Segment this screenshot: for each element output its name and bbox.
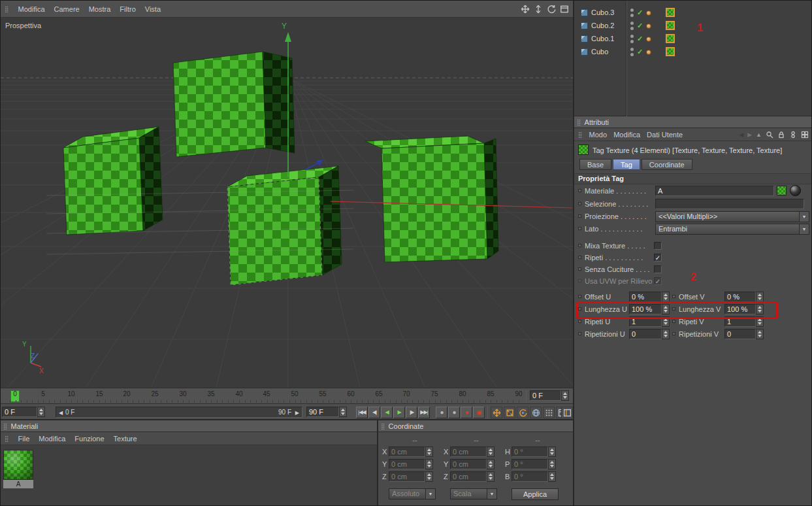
param-bullet[interactable] — [578, 202, 581, 205]
coord-field-scale-z[interactable]: 0 cm — [450, 471, 487, 482]
coord-field-scale-x[interactable]: 0 cm — [450, 447, 487, 457]
ripeti-u-spinner[interactable] — [662, 316, 670, 327]
enable-check-icon[interactable]: ✓ — [637, 35, 643, 43]
ruler-frame-spinner[interactable] — [561, 390, 569, 401]
param-bullet[interactable] — [578, 214, 581, 218]
coord-field-pos-x[interactable]: 0 cm — [389, 447, 425, 457]
coord-field-pos-z[interactable]: 0 cm — [389, 471, 425, 482]
grid-layout-icon[interactable] — [801, 131, 809, 139]
panel-grip-icon[interactable]: ⣿ — [5, 6, 9, 12]
attr-menu-dati-utente[interactable]: Dati Utente — [647, 131, 683, 139]
panel-grip-icon[interactable]: ⣿ — [3, 423, 8, 430]
coord-spinner[interactable] — [548, 471, 556, 482]
move-tool-icon[interactable] — [491, 407, 502, 418]
param-bullet[interactable] — [578, 244, 581, 247]
tab-tag[interactable]: Tag — [613, 159, 640, 170]
coord-spinner[interactable] — [425, 471, 433, 482]
materials-titlebar[interactable]: ⣿ Materiali — [1, 420, 377, 432]
play-backwards-button[interactable]: ◀ — [381, 407, 393, 418]
coord-spinner[interactable] — [425, 459, 433, 469]
ripeti-u-field[interactable]: 1 — [629, 316, 662, 327]
lunghezza-v-field[interactable]: 100 % — [724, 304, 756, 314]
object-name[interactable]: Cubo.1 — [591, 35, 614, 42]
current-frame-spinner[interactable] — [37, 407, 45, 417]
state-dot-icon[interactable] — [646, 10, 651, 16]
search-icon[interactable] — [766, 131, 773, 139]
materials-menu-modifica[interactable]: Modifica — [39, 435, 65, 443]
param-bullet[interactable] — [578, 227, 581, 230]
go-to-end-button[interactable]: ▶▶| — [418, 407, 430, 418]
coord-field-scale-y[interactable]: 0 cm — [450, 459, 487, 469]
texture-tag[interactable] — [666, 21, 675, 30]
lato-dropdown[interactable]: Entrambi▼ — [655, 224, 809, 235]
rotate-view-icon[interactable] — [547, 5, 556, 14]
coordinates-titlebar[interactable]: ⣿ Coordinate — [378, 420, 573, 432]
object-row[interactable]: Cubo ✓ — [574, 46, 812, 59]
coord-mode-dropdown[interactable]: Assoluto▼ — [389, 488, 436, 499]
offset-v-field[interactable]: 0 % — [724, 292, 756, 302]
record-keyframe-button[interactable]: ● — [461, 407, 472, 418]
next-frame-button[interactable]: |▶ — [406, 407, 417, 418]
param-bullet[interactable] — [578, 256, 581, 259]
history-back-icon[interactable]: ◀ — [739, 131, 743, 138]
lock-icon[interactable] — [777, 131, 785, 139]
state-dot-icon[interactable] — [646, 24, 651, 29]
menu-camere[interactable]: Camere — [54, 5, 80, 13]
texture-tag[interactable] — [666, 8, 675, 17]
editor-visibility-dot[interactable] — [630, 48, 634, 51]
pan-view-icon[interactable] — [521, 5, 530, 14]
offset-u-spinner[interactable] — [662, 292, 670, 302]
viewport-canvas[interactable]: Prospettiva — [1, 18, 573, 388]
selezione-field[interactable] — [655, 199, 804, 209]
panel-grip-icon[interactable]: ⣿ — [577, 119, 581, 126]
panel-grip-icon[interactable]: ⣿ — [578, 131, 583, 138]
enable-check-icon[interactable]: ✓ — [637, 22, 643, 30]
frame-range-slider[interactable]: ◀ 0 F 90 F ▶ — [56, 407, 302, 418]
coord-field-rot-b[interactable]: 0 ° — [512, 471, 548, 482]
object-name[interactable]: Cubo.3 — [591, 8, 614, 16]
view-label[interactable]: Prospettiva — [5, 22, 41, 29]
render-visibility-dot[interactable] — [630, 27, 634, 30]
material-swatch[interactable]: A — [3, 450, 33, 489]
senza-cuciture-checkbox[interactable] — [654, 265, 662, 273]
proiezione-dropdown[interactable]: <<Valori Multipli>>▼ — [655, 211, 809, 222]
mixa-texture-checkbox[interactable] — [654, 242, 662, 250]
render-visibility-dot[interactable] — [630, 14, 634, 17]
param-bullet[interactable] — [578, 267, 581, 271]
tab-base[interactable]: Base — [579, 159, 611, 170]
texture-tag[interactable] — [666, 47, 675, 56]
lunghezza-u-field[interactable]: 100 % — [629, 304, 662, 314]
object-name[interactable]: Cubo.2 — [591, 22, 614, 29]
cube-center[interactable] — [227, 166, 342, 285]
autokey-button[interactable]: ◉ — [473, 407, 485, 418]
coord-spinner[interactable] — [548, 447, 556, 457]
menu-mostra[interactable]: Mostra — [89, 5, 111, 13]
attr-menu-modifica[interactable]: Modifica — [613, 131, 640, 139]
ripeti-checkbox[interactable] — [654, 254, 662, 261]
tab-coordinate[interactable]: Coordinate — [641, 159, 692, 170]
usa-uvw-checkbox[interactable] — [654, 277, 662, 285]
filter-up-icon[interactable]: ▲ — [756, 131, 762, 138]
attributes-titlebar[interactable]: ⣿ Attributi — [574, 116, 812, 128]
coord-spinner[interactable] — [487, 447, 495, 457]
object-row[interactable]: Cubo.2 ✓ — [574, 20, 812, 33]
current-frame-field[interactable]: 0 F — [2, 407, 37, 417]
editor-visibility-dot[interactable] — [630, 22, 634, 25]
snap-grid-icon[interactable] — [543, 407, 555, 418]
param-bullet[interactable] — [578, 189, 581, 192]
cube-top[interactable] — [173, 52, 295, 157]
record-position-button[interactable]: ● — [436, 407, 447, 418]
history-forward-icon[interactable]: ▶ — [747, 131, 752, 138]
ripeti-v-spinner[interactable] — [756, 316, 764, 327]
coord-scale-dropdown[interactable]: Scala▼ — [450, 488, 497, 499]
editor-visibility-dot[interactable] — [630, 35, 634, 38]
param-bullet[interactable] — [578, 307, 581, 311]
toggle-view-icon[interactable] — [560, 5, 569, 14]
param-bullet[interactable] — [578, 295, 581, 298]
object-name[interactable]: Cubo — [591, 48, 608, 56]
link-icon[interactable] — [789, 131, 797, 139]
menu-modifica[interactable]: Modifica — [18, 5, 45, 13]
render-visibility-dot[interactable] — [630, 40, 634, 43]
panel-grip-icon[interactable]: ⣿ — [5, 435, 9, 442]
materiale-field[interactable]: A — [655, 186, 774, 196]
